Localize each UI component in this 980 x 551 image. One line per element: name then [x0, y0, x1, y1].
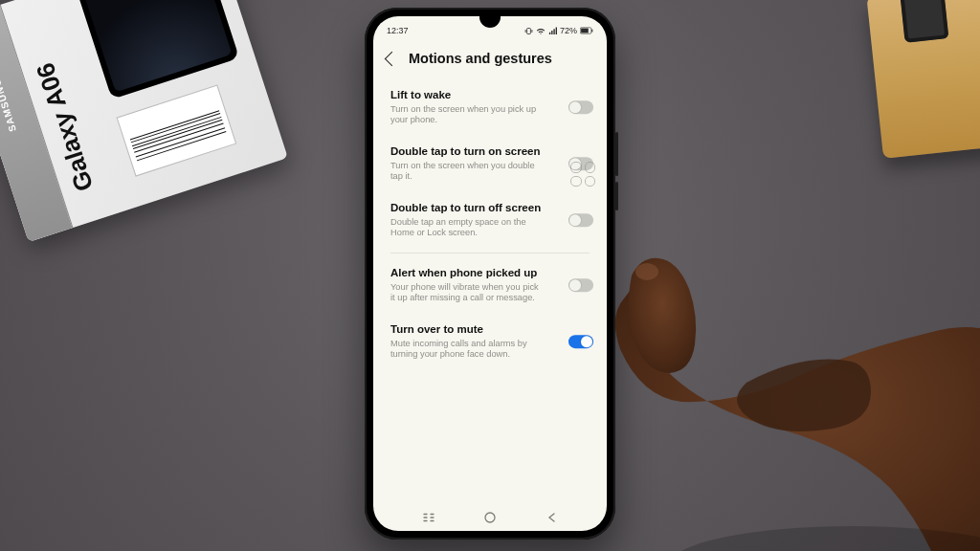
scene-background: SAMSUNG Galaxy A06 12:37 — [0, 0, 980, 551]
channel-logo-chip — [932, 522, 980, 551]
list-divider — [390, 253, 590, 253]
svg-text:Galaxy A06: Galaxy A06 — [31, 59, 100, 195]
setting-desc: Double tap an empty space on the Home or… — [390, 217, 544, 239]
vibrate-icon — [524, 27, 533, 35]
setting-title: Turn over to mute — [390, 323, 561, 337]
svg-rect-10 — [527, 28, 531, 33]
recent-apps-overlay-icon[interactable] — [570, 162, 595, 187]
user-hand — [603, 249, 980, 551]
toggle-turn-over-mute[interactable] — [568, 335, 593, 348]
toggle-alert-pickup[interactable] — [568, 278, 593, 292]
settings-list: Lift to wake Turn on the screen when you… — [373, 79, 607, 370]
setting-title: Double tap to turn on screen — [390, 145, 561, 159]
phone-body: 12:37 72% — [365, 8, 615, 540]
nav-back-icon[interactable] — [546, 511, 559, 524]
status-time: 12:37 — [387, 26, 409, 35]
setting-lift-to-wake[interactable]: Lift to wake Turn on the screen when you… — [373, 79, 607, 136]
svg-text:SAMSUNG: SAMSUNG — [0, 77, 18, 133]
nav-recents-icon[interactable] — [422, 511, 435, 524]
wifi-icon — [536, 27, 546, 35]
signal-icon — [548, 27, 557, 35]
wooden-prop — [866, 0, 980, 159]
setting-title: Alert when phone picked up — [390, 267, 561, 280]
svg-rect-14 — [581, 29, 589, 33]
toggle-lift-to-wake[interactable] — [568, 100, 593, 114]
setting-double-tap-off[interactable]: Double tap to turn off screen Double tap… — [373, 192, 607, 249]
battery-icon — [580, 27, 593, 34]
nav-home-icon[interactable] — [483, 511, 497, 524]
setting-desc: Mute incoming calls and alarms by turnin… — [390, 339, 544, 361]
svg-point-23 — [635, 263, 658, 280]
setting-title: Lift to wake — [390, 89, 561, 102]
setting-title: Double tap to turn off screen — [390, 202, 561, 215]
android-navbar — [373, 504, 607, 531]
setting-alert-pickup[interactable]: Alert when phone picked up Your phone wi… — [373, 257, 607, 314]
back-icon[interactable] — [385, 51, 400, 66]
page-title: Motions and gestures — [409, 51, 552, 66]
toggle-double-tap-off[interactable] — [568, 213, 593, 227]
setting-desc: Turn on the screen when you pick up your… — [390, 104, 544, 126]
page-header: Motions and gestures — [373, 41, 607, 79]
product-box: SAMSUNG Galaxy A06 — [0, 0, 288, 242]
phone-screen: 12:37 72% — [373, 16, 607, 531]
svg-rect-15 — [591, 30, 592, 33]
setting-desc: Your phone will vibrate when you pick it… — [390, 282, 544, 304]
setting-turn-over-mute[interactable]: Turn over to mute Mute incoming calls an… — [373, 314, 607, 370]
svg-point-24 — [670, 526, 980, 551]
battery-percent: 72% — [560, 26, 577, 35]
setting-desc: Turn on the screen when you double tap i… — [390, 161, 544, 183]
svg-point-22 — [485, 513, 495, 522]
